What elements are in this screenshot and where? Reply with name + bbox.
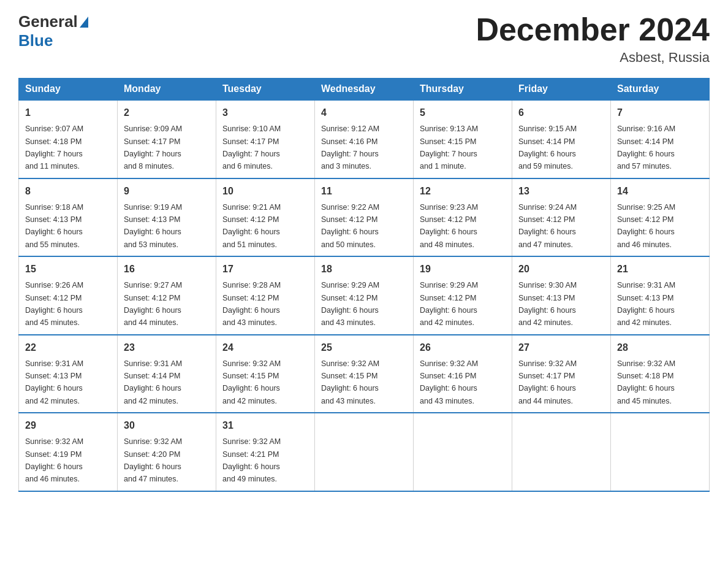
day-number: 11 bbox=[321, 184, 407, 199]
day-info: Sunrise: 9:18 AMSunset: 4:13 PMDaylight:… bbox=[25, 203, 83, 249]
day-number: 15 bbox=[25, 262, 111, 277]
table-row bbox=[512, 413, 611, 491]
day-info: Sunrise: 9:31 AMSunset: 4:13 PMDaylight:… bbox=[25, 359, 83, 405]
col-tuesday: Tuesday bbox=[216, 79, 315, 101]
logo-general-text: General bbox=[18, 12, 78, 31]
day-number: 1 bbox=[25, 105, 111, 120]
title-block: December 2024 Asbest, Russia bbox=[476, 12, 710, 66]
table-row bbox=[611, 413, 710, 491]
day-number: 18 bbox=[321, 262, 407, 277]
day-number: 16 bbox=[124, 262, 210, 277]
day-number: 2 bbox=[124, 105, 210, 120]
day-number: 22 bbox=[25, 340, 111, 355]
calendar-week-row: 8 Sunrise: 9:18 AMSunset: 4:13 PMDayligh… bbox=[19, 178, 710, 257]
day-number: 14 bbox=[617, 184, 703, 199]
day-number: 20 bbox=[518, 262, 604, 277]
calendar-week-row: 1 Sunrise: 9:07 AMSunset: 4:18 PMDayligh… bbox=[19, 100, 710, 178]
day-number: 21 bbox=[617, 262, 703, 277]
day-number: 26 bbox=[420, 340, 506, 355]
day-number: 4 bbox=[321, 105, 407, 120]
day-number: 6 bbox=[518, 105, 604, 120]
day-info: Sunrise: 9:29 AMSunset: 4:12 PMDaylight:… bbox=[321, 281, 379, 327]
day-info: Sunrise: 9:32 AMSunset: 4:19 PMDaylight:… bbox=[25, 437, 83, 483]
day-info: Sunrise: 9:23 AMSunset: 4:12 PMDaylight:… bbox=[420, 203, 478, 249]
logo: General Blue bbox=[18, 12, 88, 50]
col-monday: Monday bbox=[118, 79, 216, 101]
day-number: 10 bbox=[222, 184, 308, 199]
table-row: 9 Sunrise: 9:19 AMSunset: 4:13 PMDayligh… bbox=[118, 178, 216, 257]
table-row: 8 Sunrise: 9:18 AMSunset: 4:13 PMDayligh… bbox=[19, 178, 118, 257]
day-info: Sunrise: 9:29 AMSunset: 4:12 PMDaylight:… bbox=[420, 281, 478, 327]
table-row: 31 Sunrise: 9:32 AMSunset: 4:21 PMDaylig… bbox=[216, 413, 315, 491]
day-info: Sunrise: 9:27 AMSunset: 4:12 PMDaylight:… bbox=[124, 281, 182, 327]
day-info: Sunrise: 9:32 AMSunset: 4:21 PMDaylight:… bbox=[222, 437, 281, 483]
table-row: 2 Sunrise: 9:09 AMSunset: 4:17 PMDayligh… bbox=[118, 100, 216, 178]
table-row: 14 Sunrise: 9:25 AMSunset: 4:12 PMDaylig… bbox=[611, 178, 710, 257]
table-row: 6 Sunrise: 9:15 AMSunset: 4:14 PMDayligh… bbox=[512, 100, 611, 178]
day-info: Sunrise: 9:31 AMSunset: 4:14 PMDaylight:… bbox=[124, 359, 182, 405]
table-row: 22 Sunrise: 9:31 AMSunset: 4:13 PMDaylig… bbox=[19, 335, 118, 413]
table-row: 11 Sunrise: 9:22 AMSunset: 4:12 PMDaylig… bbox=[315, 178, 414, 257]
day-info: Sunrise: 9:30 AMSunset: 4:13 PMDaylight:… bbox=[518, 281, 577, 327]
logo-arrow-icon bbox=[80, 17, 88, 28]
table-row: 13 Sunrise: 9:24 AMSunset: 4:12 PMDaylig… bbox=[512, 178, 611, 257]
day-number: 8 bbox=[25, 184, 111, 199]
day-info: Sunrise: 9:07 AMSunset: 4:18 PMDaylight:… bbox=[25, 124, 83, 170]
day-number: 5 bbox=[420, 105, 506, 120]
col-wednesday: Wednesday bbox=[315, 79, 414, 101]
table-row: 28 Sunrise: 9:32 AMSunset: 4:18 PMDaylig… bbox=[611, 335, 710, 413]
calendar-week-row: 29 Sunrise: 9:32 AMSunset: 4:19 PMDaylig… bbox=[19, 413, 710, 491]
table-row: 7 Sunrise: 9:16 AMSunset: 4:14 PMDayligh… bbox=[611, 100, 710, 178]
day-number: 25 bbox=[321, 340, 407, 355]
day-info: Sunrise: 9:22 AMSunset: 4:12 PMDaylight:… bbox=[321, 203, 379, 249]
day-info: Sunrise: 9:32 AMSunset: 4:16 PMDaylight:… bbox=[420, 359, 478, 405]
day-info: Sunrise: 9:28 AMSunset: 4:12 PMDaylight:… bbox=[222, 281, 281, 327]
table-row: 17 Sunrise: 9:28 AMSunset: 4:12 PMDaylig… bbox=[216, 256, 315, 335]
day-info: Sunrise: 9:21 AMSunset: 4:12 PMDaylight:… bbox=[222, 203, 281, 249]
day-info: Sunrise: 9:32 AMSunset: 4:15 PMDaylight:… bbox=[321, 359, 379, 405]
table-row: 16 Sunrise: 9:27 AMSunset: 4:12 PMDaylig… bbox=[118, 256, 216, 335]
day-info: Sunrise: 9:31 AMSunset: 4:13 PMDaylight:… bbox=[617, 281, 675, 327]
table-row bbox=[315, 413, 414, 491]
day-number: 12 bbox=[420, 184, 506, 199]
day-info: Sunrise: 9:19 AMSunset: 4:13 PMDaylight:… bbox=[124, 203, 182, 249]
day-number: 24 bbox=[222, 340, 308, 355]
logo-blue-text: Blue bbox=[18, 31, 53, 50]
day-info: Sunrise: 9:26 AMSunset: 4:12 PMDaylight:… bbox=[25, 281, 83, 327]
day-info: Sunrise: 9:10 AMSunset: 4:17 PMDaylight:… bbox=[222, 124, 281, 170]
table-row: 19 Sunrise: 9:29 AMSunset: 4:12 PMDaylig… bbox=[414, 256, 512, 335]
table-row: 30 Sunrise: 9:32 AMSunset: 4:20 PMDaylig… bbox=[118, 413, 216, 491]
table-row: 21 Sunrise: 9:31 AMSunset: 4:13 PMDaylig… bbox=[611, 256, 710, 335]
table-row: 10 Sunrise: 9:21 AMSunset: 4:12 PMDaylig… bbox=[216, 178, 315, 257]
day-info: Sunrise: 9:32 AMSunset: 4:18 PMDaylight:… bbox=[617, 359, 675, 405]
day-number: 29 bbox=[25, 418, 111, 433]
day-number: 3 bbox=[222, 105, 308, 120]
calendar-table: Sunday Monday Tuesday Wednesday Thursday… bbox=[18, 78, 710, 492]
day-number: 17 bbox=[222, 262, 308, 277]
month-title: December 2024 bbox=[476, 12, 710, 47]
day-number: 28 bbox=[617, 340, 703, 355]
day-info: Sunrise: 9:25 AMSunset: 4:12 PMDaylight:… bbox=[617, 203, 675, 249]
day-info: Sunrise: 9:16 AMSunset: 4:14 PMDaylight:… bbox=[617, 124, 675, 170]
table-row: 26 Sunrise: 9:32 AMSunset: 4:16 PMDaylig… bbox=[414, 335, 512, 413]
day-number: 31 bbox=[222, 418, 308, 433]
table-row: 12 Sunrise: 9:23 AMSunset: 4:12 PMDaylig… bbox=[414, 178, 512, 257]
col-sunday: Sunday bbox=[19, 79, 118, 101]
table-row: 25 Sunrise: 9:32 AMSunset: 4:15 PMDaylig… bbox=[315, 335, 414, 413]
table-row: 4 Sunrise: 9:12 AMSunset: 4:16 PMDayligh… bbox=[315, 100, 414, 178]
day-number: 13 bbox=[518, 184, 604, 199]
table-row: 15 Sunrise: 9:26 AMSunset: 4:12 PMDaylig… bbox=[19, 256, 118, 335]
table-row: 18 Sunrise: 9:29 AMSunset: 4:12 PMDaylig… bbox=[315, 256, 414, 335]
col-thursday: Thursday bbox=[414, 79, 512, 101]
table-row bbox=[414, 413, 512, 491]
table-row: 23 Sunrise: 9:31 AMSunset: 4:14 PMDaylig… bbox=[118, 335, 216, 413]
day-number: 23 bbox=[124, 340, 210, 355]
day-number: 30 bbox=[124, 418, 210, 433]
table-row: 20 Sunrise: 9:30 AMSunset: 4:13 PMDaylig… bbox=[512, 256, 611, 335]
day-info: Sunrise: 9:32 AMSunset: 4:20 PMDaylight:… bbox=[124, 437, 182, 483]
col-saturday: Saturday bbox=[611, 79, 710, 101]
day-number: 27 bbox=[518, 340, 604, 355]
page-header: General Blue December 2024 Asbest, Russi… bbox=[18, 12, 710, 66]
day-info: Sunrise: 9:24 AMSunset: 4:12 PMDaylight:… bbox=[518, 203, 577, 249]
day-info: Sunrise: 9:09 AMSunset: 4:17 PMDaylight:… bbox=[124, 124, 182, 170]
